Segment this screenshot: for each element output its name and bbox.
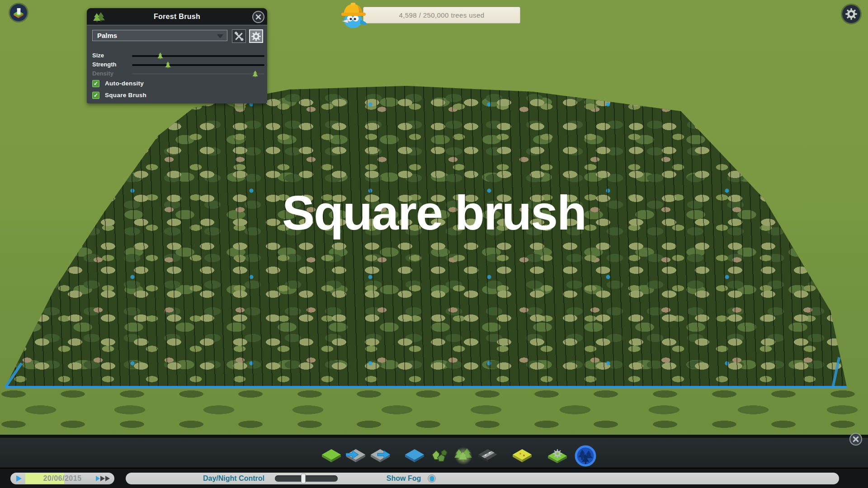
water-tile-icon <box>405 449 425 463</box>
options-button[interactable] <box>842 5 860 23</box>
density-slider <box>132 73 264 75</box>
tree-slider-handle <box>252 70 258 77</box>
size-label: Size <box>92 52 104 59</box>
import-arrow-icon <box>346 449 366 463</box>
rocks-icon <box>430 448 448 464</box>
map-options-gear-icon <box>547 448 567 464</box>
panel-close-button[interactable] <box>252 11 264 23</box>
brush-select-dropdown[interactable]: Palms <box>92 30 227 41</box>
tree-slider-handle[interactable] <box>165 61 171 68</box>
density-label: Density <box>92 70 113 77</box>
resources-tile-icon <box>512 449 532 463</box>
size-slider-row: Size <box>87 52 267 60</box>
toolbar-import-button[interactable] <box>346 447 366 465</box>
brush-settings-button[interactable] <box>249 29 263 43</box>
close-icon <box>255 14 261 20</box>
tree-shadows <box>0 385 868 439</box>
square-brush-outline-bottom <box>5 386 847 389</box>
map-tile-button[interactable] <box>10 4 27 21</box>
trees-icon <box>453 447 473 465</box>
tree-slider-handle[interactable] <box>157 52 163 59</box>
density-slider-row: Density <box>87 70 267 78</box>
forest-brush-panel: Forest Brush Palms <box>87 8 267 103</box>
toolbar-close-button[interactable] <box>849 433 862 446</box>
toolbar-forest-brush-mod-button[interactable] <box>575 445 596 467</box>
time-control: 20/06/2015 <box>10 473 114 484</box>
day-night-slider[interactable] <box>275 475 338 482</box>
roads-icon <box>478 449 498 463</box>
forest-brush-mod-icon <box>575 445 596 467</box>
sim-speed-control[interactable] <box>96 476 110 481</box>
gear-icon <box>251 31 261 42</box>
chirper-builder-icon <box>339 1 369 29</box>
speed-3-icon[interactable] <box>105 476 110 481</box>
wrench-icon <box>234 32 244 41</box>
speed-2-icon[interactable] <box>100 476 105 481</box>
auto-density-label: Auto-density <box>105 80 144 87</box>
toolbar-icons <box>321 445 596 467</box>
toolbar-trees-button[interactable] <box>453 447 473 465</box>
gear-icon <box>845 8 858 20</box>
square-brush-label: Square Brush <box>105 92 146 99</box>
toolbar-map-options-button[interactable] <box>547 447 567 465</box>
square-brush-checkbox[interactable]: ✓ <box>92 92 99 99</box>
auto-density-checkbox[interactable]: ✓ <box>92 80 99 87</box>
toolbar-water-button[interactable] <box>405 447 425 465</box>
toolbar-roads-button[interactable] <box>478 447 498 465</box>
panel-body: Palms <box>87 25 267 103</box>
toolbar-resources-button[interactable] <box>512 447 532 465</box>
map-tile-icon <box>13 7 24 19</box>
fog-toggle-indicator <box>430 476 434 481</box>
status-bar: 20/06/2015 Day/Night Control Show Fog <box>0 468 868 488</box>
strength-label: Strength <box>92 61 116 68</box>
chevron-down-icon <box>217 34 223 38</box>
toolbar-export-button[interactable] <box>370 447 390 465</box>
tree-counter-bar: 4,598 / 250,000 trees used <box>363 7 520 23</box>
editor-toolbar <box>0 435 868 468</box>
pine-trees-icon <box>93 11 105 22</box>
close-icon <box>853 436 859 442</box>
show-fog-toggle[interactable] <box>428 474 436 483</box>
toolbar-terrain-button[interactable] <box>321 447 341 465</box>
panel-title: Forest Brush <box>154 13 200 21</box>
environment-control-bar: Day/Night Control Show Fog <box>126 473 839 484</box>
show-fog-label: Show Fog <box>381 473 426 484</box>
strength-slider-row: Strength <box>87 61 267 69</box>
toolbar-props-button[interactable] <box>429 447 449 465</box>
speed-1-icon[interactable] <box>96 476 100 481</box>
tree-counter-text: 4,598 / 250,000 trees used <box>399 11 485 19</box>
square-brush-checkbox-row[interactable]: ✓ Square Brush <box>92 91 146 99</box>
caption-text: Square brush <box>253 184 615 241</box>
edit-brush-button[interactable] <box>232 29 246 43</box>
export-arrow-icon <box>370 449 390 463</box>
strength-slider[interactable] <box>132 64 264 66</box>
terrain-tile-icon <box>321 449 341 463</box>
panel-titlebar[interactable]: Forest Brush <box>87 8 267 25</box>
brush-select-value: Palms <box>93 32 117 39</box>
day-night-slider-handle[interactable] <box>301 474 306 483</box>
size-slider[interactable] <box>132 55 264 57</box>
auto-density-checkbox-row[interactable]: ✓ Auto-density <box>92 80 144 87</box>
